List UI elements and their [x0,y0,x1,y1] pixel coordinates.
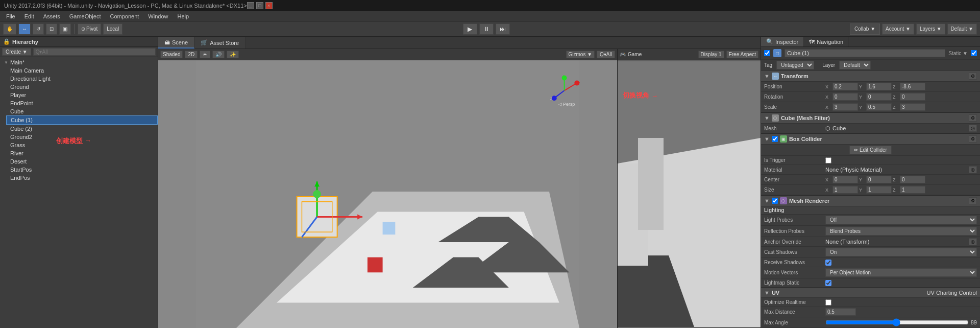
hier-item-player[interactable]: Player [6,91,158,99]
mesh-renderer-header[interactable]: ▼ ⬡ Mesh Renderer ⚙ [761,196,980,206]
hier-item-startpos[interactable]: StartPos [6,166,158,174]
size-z-input[interactable] [900,186,925,194]
menu-file[interactable]: File [2,12,19,20]
hier-item-main[interactable]: ▼ Main* [0,58,158,66]
object-name-input[interactable] [785,49,945,57]
menu-edit[interactable]: Edit [20,12,38,20]
object-active-checkbox[interactable] [764,50,770,56]
pivot-button[interactable]: ⊙ Pivot [78,24,101,35]
tag-dropdown[interactable]: Untagged [776,61,814,69]
scale-z-input[interactable] [900,103,925,111]
display-dropdown[interactable]: Display 1 [698,51,724,58]
hier-item-ground[interactable]: Ground [6,83,158,91]
rect-tool[interactable]: ▣ [59,24,71,35]
cast-shadows-dropdown[interactable]: On [825,248,977,256]
local-button[interactable]: Local [103,24,122,35]
position-x-input[interactable] [832,83,858,90]
gizmos-button[interactable]: Gizmos ▼ [566,51,595,58]
hier-item-cube2[interactable]: Cube (2) [6,125,158,133]
rotate-tool[interactable]: ↺ [33,24,44,35]
menu-window[interactable]: Window [144,12,172,20]
mesh-renderer-enabled[interactable] [772,198,778,204]
hier-item-maincamera[interactable]: Main Camera [6,66,158,75]
menu-gameobject[interactable]: GameObject [65,12,105,20]
anchor-override-select[interactable]: ◎ [969,238,977,245]
layer-dropdown[interactable]: Default [839,61,871,69]
scene-audio-button[interactable]: 🔊 [212,51,225,58]
step-button[interactable]: ⏭ [496,24,510,35]
edit-collider-button[interactable]: ✏ Edit Collider [849,146,892,154]
hierarchy-create-button[interactable]: Create ▼ [2,48,31,56]
mesh-filter-settings-button[interactable]: ⚙ [969,114,977,122]
hier-item-endpoint[interactable]: EndPoint [6,99,158,107]
mesh-select-button[interactable]: ◎ [969,125,977,132]
shading-dropdown[interactable]: Shaded [160,51,183,58]
center-x-input[interactable] [832,176,858,183]
scene-lighting-button[interactable]: ☀ [200,51,210,58]
static-checkbox[interactable] [971,50,977,56]
max-distance-input[interactable] [825,308,856,316]
hand-tool[interactable]: ✋ [3,24,16,35]
maximize-button[interactable]: □ [256,2,263,9]
mesh-filter-header[interactable]: ▼ ⬡ Cube (Mesh Filter) ⚙ [761,113,980,124]
lightmap-static-checkbox[interactable] [825,280,831,286]
move-tool[interactable]: ↔ [18,24,31,35]
scene-effects-button[interactable]: ✨ [227,51,239,58]
aspect-dropdown[interactable]: Free Aspect [726,51,758,58]
game-canvas[interactable]: 切换视角 → [618,60,761,328]
center-z-input[interactable] [900,176,925,183]
layout-button[interactable]: Default ▼ [947,24,977,35]
hier-item-directionallight[interactable]: Directional Light [6,75,158,83]
motion-vectors-dropdown[interactable]: Per Object Motion [825,268,977,277]
close-button[interactable]: × [265,2,273,9]
position-y-input[interactable] [866,83,892,90]
receive-shadows-checkbox[interactable] [825,260,831,266]
box-collider-header[interactable]: ▼ ▣ Box Collider ⚙ [761,134,980,145]
hier-item-cube[interactable]: Cube [6,107,158,115]
reflection-probes-dropdown[interactable]: Blend Probes [825,227,977,236]
rotation-y-input[interactable] [866,93,892,101]
tab-scene[interactable]: 🏔 Scene [158,37,194,49]
scene-canvas[interactable]: x y z ◁ Persp [158,60,617,328]
max-angle-slider[interactable] [825,318,969,326]
menu-assets[interactable]: Assets [39,12,64,20]
2d-button[interactable]: 2D [185,51,198,58]
menu-component[interactable]: Component [106,12,143,20]
size-x-input[interactable] [832,186,858,194]
rotation-z-input[interactable] [900,93,925,101]
scale-tool[interactable]: ⊡ [46,24,57,35]
is-trigger-checkbox[interactable] [825,157,831,163]
transform-settings-button[interactable]: ⚙ [969,73,977,80]
optimize-realtime-checkbox[interactable] [825,299,831,306]
tab-asset-store[interactable]: 🛒 Asset Store [194,37,246,49]
size-y-input[interactable] [866,186,892,194]
minimize-button[interactable]: _ [247,2,254,9]
hier-item-endpos[interactable]: EndPos [6,174,158,182]
pause-button[interactable]: ⏸ [479,24,494,35]
center-y-input[interactable] [866,176,892,183]
scene-viewport[interactable]: Shaded 2D ☀ 🔊 ✨ Gizmos ▼ Q▾All [158,49,618,328]
account-button[interactable]: Account ▼ [882,24,914,35]
hier-item-river[interactable]: River [6,149,158,157]
layers-button[interactable]: Layers ▼ [916,24,945,35]
scale-x-input[interactable] [832,103,858,111]
box-collider-settings-button[interactable]: ⚙ [969,135,977,143]
scale-y-input[interactable] [866,103,892,111]
rotation-x-input[interactable] [832,93,858,101]
position-z-input[interactable] [900,83,925,90]
mesh-renderer-settings-button[interactable]: ⚙ [969,197,977,204]
tab-inspector[interactable]: 🔍 Inspector [761,37,804,46]
collab-button[interactable]: Collab ▼ [850,24,880,35]
scene-search[interactable]: Q▾All [597,51,615,58]
game-viewport[interactable]: 🎮 Game Display 1 Free Aspect [618,49,761,328]
menu-help[interactable]: Help [173,12,193,20]
material-select-button[interactable]: ◎ [969,166,977,173]
hierarchy-search-input[interactable] [33,48,156,56]
transform-header[interactable]: ▼ ↔ Transform ⚙ [761,71,980,82]
tab-navigation[interactable]: 🗺 Navigation [804,37,849,46]
light-probes-dropdown[interactable]: Off [825,216,977,224]
play-button[interactable]: ▶ [463,24,477,35]
uv-charting-header[interactable]: ▼ UV UV Charting Control [761,288,980,298]
hier-item-cube1[interactable]: Cube (1) [6,115,158,125]
hier-item-desert[interactable]: Desert [6,157,158,166]
